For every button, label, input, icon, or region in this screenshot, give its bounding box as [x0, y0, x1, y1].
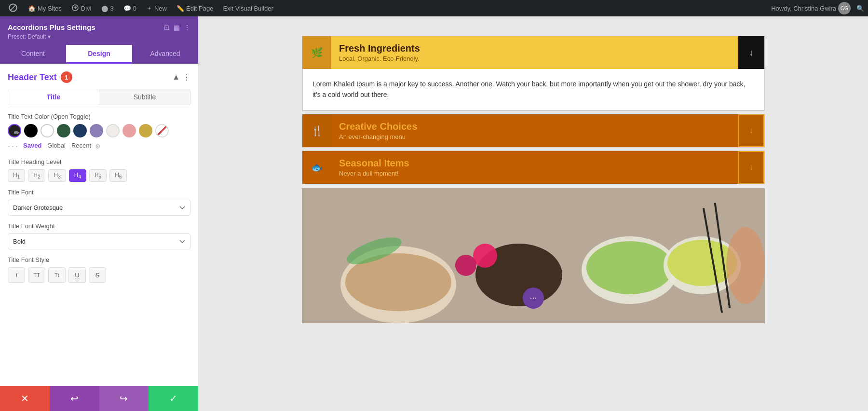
search-icon[interactable]: 🔍: [856, 5, 864, 12]
grid-icon[interactable]: ▦: [174, 24, 180, 31]
accordion-title-seasonal: Seasonal Items: [339, 158, 731, 169]
chat-bubble[interactable]: ···: [523, 288, 544, 309]
title-font-select[interactable]: Darker Grotesque: [8, 200, 190, 216]
title-font-weight-select[interactable]: Bold: [8, 233, 190, 249]
collapse-chevron[interactable]: ▲: [172, 73, 180, 82]
accordion-body-fresh: Lorem Khaled Ipsum is a major key to suc…: [302, 69, 764, 110]
fish-icon: 🐟: [311, 162, 323, 173]
panel-header: Accordions Plus Settings ⊡ ▦ ⋮ Preset: D…: [0, 16, 198, 45]
accordion-icon-creative: 🍴: [302, 114, 331, 147]
redo-button[interactable]: ↪: [99, 386, 149, 411]
exit-visual-builder-item[interactable]: Exit Visual Builder: [219, 0, 277, 16]
accordion-text-creative: Creative Choices An ever-changing menu: [331, 114, 738, 147]
accordion-subtitle-creative: An ever-changing menu: [339, 133, 731, 140]
color-white[interactable]: [41, 124, 54, 137]
color-darkgreen[interactable]: [57, 124, 70, 137]
tab-advanced[interactable]: Advanced: [132, 45, 198, 64]
heading-h5[interactable]: H5: [89, 169, 107, 182]
accordion-container: 🌿 Fresh Ingredients Local. Organic. Eco-…: [302, 36, 765, 323]
color-black[interactable]: [24, 124, 38, 137]
accordion-title-fresh: Fresh Ingredients: [339, 43, 731, 54]
heading-h3[interactable]: H3: [48, 169, 66, 182]
color-tab-recent[interactable]: Recent: [71, 142, 91, 149]
panel-content-area: Header Text 1 ▲ ⋮ Title Subtitle Title T…: [0, 64, 198, 386]
accordion-toggle-fresh[interactable]: ↓: [738, 36, 764, 69]
utensils-icon: 🍴: [311, 125, 323, 137]
preset-label: Preset: Default: [8, 33, 46, 40]
color-settings-icon[interactable]: ⚙: [95, 143, 101, 150]
heading-h2[interactable]: H2: [28, 169, 45, 182]
toggle-subtitle[interactable]: Subtitle: [99, 89, 190, 105]
wp-bar-right: Howdy, Christina Gwira CG 🔍: [771, 2, 864, 14]
more-colors-dots[interactable]: ···: [8, 141, 19, 151]
color-tab-global[interactable]: Global: [47, 142, 66, 149]
comment-icon: 💬: [123, 5, 131, 12]
font-style-italic[interactable]: I: [8, 267, 25, 283]
resize-icon[interactable]: ⊡: [164, 24, 170, 31]
color-offwhite[interactable]: [106, 124, 120, 137]
new-label: New: [154, 5, 167, 12]
undo-button[interactable]: ↩: [50, 386, 99, 411]
color-tab-saved[interactable]: Saved: [23, 142, 41, 149]
divi-item[interactable]: Divi: [68, 0, 95, 16]
title-font-weight-label: Title Font Weight: [8, 222, 190, 230]
font-style-strikethrough[interactable]: S: [89, 267, 106, 283]
color-picker-swatch[interactable]: ✏: [8, 124, 21, 137]
toggle-title[interactable]: Title: [8, 89, 99, 105]
panel-title: Accordions Plus Settings: [8, 23, 95, 31]
accordion-header-seasonal[interactable]: 🐟 Seasonal Items Never a dull moment! ↓: [302, 151, 764, 184]
home-icon: 🏠: [28, 5, 36, 12]
preset-selector[interactable]: Preset: Default ▾: [8, 33, 190, 40]
color-tab-group: Saved Global Recent: [23, 142, 91, 149]
font-style-underline[interactable]: U: [68, 267, 86, 283]
circle-count: 3: [110, 5, 114, 12]
comments-item[interactable]: 💬 0: [120, 0, 140, 16]
heading-h4[interactable]: H4: [69, 169, 86, 182]
section-title-text: Header Text: [8, 72, 57, 82]
accordion-header-fresh[interactable]: 🌿 Fresh Ingredients Local. Organic. Eco-…: [302, 36, 764, 69]
section-title-group: Header Text 1: [8, 71, 72, 83]
title-subtitle-toggle: Title Subtitle: [8, 89, 190, 105]
color-pink[interactable]: [122, 124, 136, 137]
font-style-buttons: I TT Tt U S: [8, 267, 190, 283]
edit-icon: ✏️: [176, 5, 184, 12]
accordion-toggle-creative[interactable]: ↓: [738, 114, 764, 147]
leaf-icon: 🌿: [311, 47, 323, 58]
heading-level-group: H1 H2 H3 H4 H5 H6: [8, 169, 190, 182]
panel-tab-bar: Content Design Advanced: [0, 45, 198, 64]
comments-count-item[interactable]: ⬤ 3: [97, 0, 118, 16]
plus-icon: ＋: [146, 4, 152, 13]
section-dots-menu[interactable]: ⋮: [183, 73, 190, 82]
divi-label: Divi: [81, 5, 92, 12]
panel-header-icons: ⊡ ▦ ⋮: [164, 24, 190, 31]
wp-logo-icon: [9, 3, 17, 14]
accordion-toggle-seasonal[interactable]: ↓: [738, 151, 764, 184]
settings-panel: Accordions Plus Settings ⊡ ▦ ⋮ Preset: D…: [0, 16, 199, 411]
cancel-button[interactable]: ✕: [0, 386, 50, 411]
color-gold[interactable]: [139, 124, 152, 137]
food-image: ···: [302, 188, 765, 323]
confirm-button[interactable]: ✓: [149, 386, 198, 411]
font-style-uppercase[interactable]: TT: [28, 267, 45, 283]
tab-content[interactable]: Content: [0, 45, 66, 64]
color-navy[interactable]: [73, 124, 87, 137]
user-avatar: CG: [838, 2, 851, 14]
section-actions: ▲ ⋮: [172, 73, 190, 82]
heading-level-label: Title Heading Level: [8, 158, 190, 165]
accordion-icon-seasonal: 🐟: [302, 151, 331, 184]
tab-design[interactable]: Design: [66, 45, 132, 64]
heading-h6[interactable]: H6: [109, 169, 127, 182]
new-item[interactable]: ＋ New: [142, 0, 171, 16]
heading-h1[interactable]: H1: [8, 169, 25, 182]
svg-point-10: [473, 244, 497, 268]
cancel-icon: ✕: [21, 393, 29, 404]
font-style-capitalize[interactable]: Tt: [48, 267, 66, 283]
my-sites-label: My Sites: [38, 5, 62, 12]
color-lavender[interactable]: [90, 124, 103, 137]
more-icon[interactable]: ⋮: [184, 24, 190, 31]
color-strikethrough[interactable]: [155, 124, 169, 137]
wp-logo-item[interactable]: [4, 0, 22, 16]
my-sites-item[interactable]: 🏠 My Sites: [24, 0, 66, 16]
edit-page-item[interactable]: ✏️ Edit Page: [173, 0, 217, 16]
accordion-header-creative[interactable]: 🍴 Creative Choices An ever-changing menu…: [302, 114, 764, 147]
